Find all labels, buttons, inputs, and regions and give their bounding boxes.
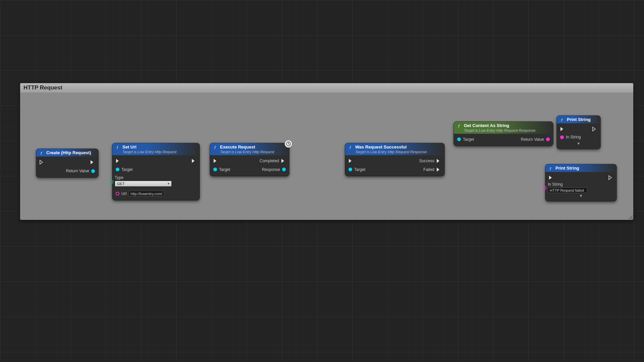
exec-in-pin[interactable] [549, 175, 553, 180]
response-pin[interactable] [282, 168, 286, 171]
expand-caret-icon[interactable]: ▼ [560, 141, 597, 146]
instring-label: In String [548, 182, 587, 187]
expand-caret-icon[interactable]: ▼ [549, 194, 613, 198]
instring-label: In String [566, 135, 581, 139]
type-label: Type [115, 175, 172, 180]
node-get-content-as-string[interactable]: f Get Content As String Target is Low En… [454, 122, 553, 146]
node-subtitle: Target is Low Entry Http Request [220, 150, 274, 154]
return-pin[interactable] [546, 137, 550, 141]
response-label: Response [262, 167, 280, 172]
target-label: Target [354, 167, 365, 172]
success-label: Success [419, 159, 434, 163]
function-icon: f [457, 124, 462, 128]
failed-pin[interactable] [436, 167, 441, 172]
node-title: Print String [567, 117, 591, 122]
latent-clock-icon [284, 140, 292, 148]
target-label: Target [219, 167, 230, 172]
node-print-string-2[interactable]: f Print String In String HTTP Request fa… [545, 164, 616, 201]
instring-pin[interactable] [560, 135, 564, 139]
resize-handle[interactable] [627, 214, 633, 220]
url-input[interactable]: http://lowentry.com/ [128, 191, 164, 196]
svg-text:f: f [561, 118, 563, 122]
node-subtitle: Target is Low Entry Http Request Respons… [355, 150, 427, 154]
type-select[interactable]: GET▾ [115, 181, 172, 187]
node-title: Was Request Successful [355, 145, 427, 150]
success-pin[interactable] [436, 159, 441, 163]
svg-text:f: f [550, 166, 551, 171]
function-icon: f [348, 145, 353, 150]
function-icon: f [40, 151, 44, 156]
target-pin[interactable] [348, 168, 352, 171]
node-execute-request[interactable]: f Execute Request Target is Low Entry Ht… [210, 143, 289, 176]
caret-down-icon: ▾ [168, 182, 169, 185]
node-title: Set Url [122, 145, 176, 150]
node-title: Print String [555, 166, 579, 171]
node-subtitle: Target is Low Entry Http Request Respons… [464, 128, 536, 133]
svg-text:f: f [117, 145, 118, 150]
instring-input[interactable]: HTTP Request failed [548, 187, 587, 193]
svg-text:f: f [41, 151, 42, 156]
exec-out-pin[interactable] [90, 160, 95, 165]
svg-text:f: f [458, 124, 460, 128]
target-pin[interactable] [116, 168, 119, 171]
url-pin[interactable] [116, 192, 119, 195]
instring-pin[interactable] [543, 186, 546, 190]
completed-pin[interactable] [281, 159, 286, 163]
target-label: Target [121, 167, 132, 172]
target-pin[interactable] [457, 137, 461, 141]
node-title: Execute Request [220, 145, 274, 150]
node-title: Get Content As String [464, 123, 536, 128]
type-pin[interactable] [110, 180, 113, 184]
target-label: Target [463, 137, 474, 142]
return-value-label: Return Value [66, 169, 89, 173]
function-icon: f [213, 145, 218, 150]
node-subtitle: Target is Low Entry Http Request [122, 150, 176, 154]
target-pin[interactable] [213, 168, 217, 171]
node-title: Create (Http Request) [46, 150, 91, 156]
exec-out-pin[interactable] [192, 159, 196, 163]
exec-out-pin[interactable] [592, 127, 597, 131]
svg-text:f: f [350, 145, 351, 150]
return-value-pin[interactable] [91, 169, 95, 173]
function-icon: f [549, 166, 553, 171]
exec-in-pin[interactable] [213, 159, 218, 163]
exec-out-pin[interactable] [608, 175, 613, 180]
failed-label: Failed [423, 167, 434, 172]
exec-in-pin[interactable] [560, 127, 565, 131]
completed-label: Completed [260, 159, 279, 163]
url-label: Url [121, 191, 126, 196]
node-print-string-1[interactable]: f Print String In String ▼ [557, 116, 600, 149]
node-create-http-request[interactable]: f Create (Http Request) Return Value [36, 149, 98, 177]
function-icon: f [560, 118, 565, 122]
exec-in-pin[interactable] [116, 159, 120, 163]
function-icon: f [116, 145, 120, 150]
exec-in-pin[interactable] [40, 160, 44, 165]
exec-in-pin[interactable] [348, 159, 353, 163]
comment-title[interactable]: HTTP Request [20, 83, 633, 93]
return-label: Return Value [521, 137, 544, 142]
svg-text:f: f [214, 145, 216, 150]
node-set-url[interactable]: f Set Url Target is Low Entry Http Reque… [112, 143, 200, 200]
node-was-request-successful[interactable]: f Was Request Successful Target is Low E… [345, 143, 444, 176]
